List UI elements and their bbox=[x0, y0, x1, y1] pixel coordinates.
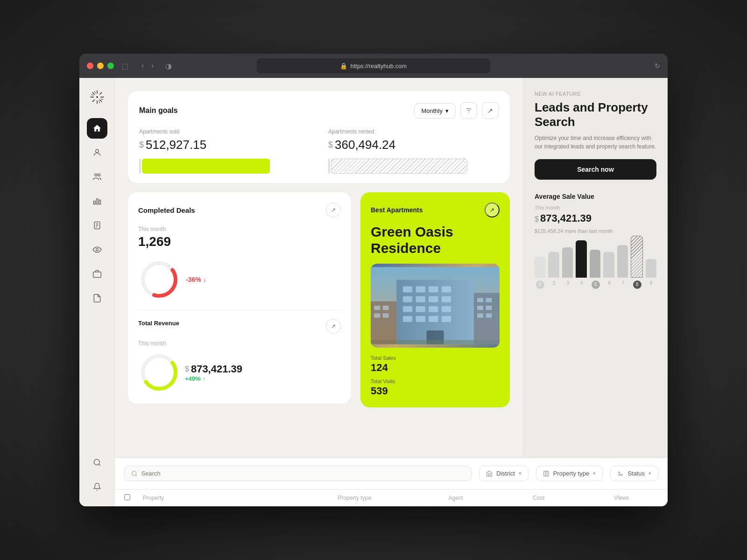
sidebar-item-contacts[interactable] bbox=[87, 142, 107, 163]
svg-rect-53 bbox=[403, 316, 412, 322]
svg-line-10 bbox=[100, 99, 103, 100]
apt-header: Best Apartments ↗ bbox=[371, 203, 500, 217]
sidebar-item-home[interactable] bbox=[87, 118, 107, 139]
goals-card: Main goals Monthly ▾ bbox=[128, 91, 510, 183]
sidebar-item-reports[interactable] bbox=[87, 215, 107, 236]
expand-goals-button[interactable]: ↗ bbox=[482, 102, 499, 119]
total-revenue-section: Total Revenue ↗ This month bbox=[138, 310, 341, 393]
avg-sale-section: Average Sale Value This month $ 873,421.… bbox=[535, 193, 656, 287]
goals-controls: Monthly ▾ ↗ bbox=[414, 102, 499, 119]
chart-label-2: 2 bbox=[549, 280, 560, 289]
apartments-sold-metric: Apartments sold $ 512,927.15 bbox=[139, 128, 310, 174]
filter-icon-button[interactable] bbox=[460, 102, 477, 119]
avg-value-row: $ 873,421.39 $125,458.24 more than last … bbox=[535, 212, 656, 234]
svg-rect-17 bbox=[96, 199, 98, 204]
expand-deals-button[interactable]: ↗ bbox=[326, 203, 341, 217]
search-input[interactable] bbox=[141, 470, 465, 477]
sidebar-toggle-icon[interactable]: ⬚ bbox=[121, 62, 128, 70]
revenue-title: Total Revenue bbox=[138, 320, 179, 327]
district-dropdown[interactable]: District ▾ bbox=[479, 466, 529, 481]
chart-bar-1 bbox=[535, 257, 545, 278]
sidebar-item-work[interactable] bbox=[87, 264, 107, 284]
best-apartments-card: Best Apartments ↗ Green Oasis Residence bbox=[360, 192, 510, 407]
svg-rect-56 bbox=[442, 316, 451, 322]
close-button[interactable] bbox=[87, 63, 93, 69]
property-type-label: Property type bbox=[553, 470, 589, 477]
svg-rect-65 bbox=[477, 298, 483, 302]
chart-label-6: 6 bbox=[604, 280, 615, 289]
refresh-icon[interactable]: ↻ bbox=[655, 62, 660, 70]
chart-bar-7 bbox=[617, 245, 628, 278]
svg-rect-43 bbox=[429, 287, 438, 293]
deals-this-month-label: This month bbox=[138, 226, 341, 232]
search-icon bbox=[131, 470, 138, 477]
building-illustration bbox=[371, 264, 500, 348]
property-type-dropdown[interactable]: Property type ▾ bbox=[536, 466, 603, 481]
search-input-container[interactable] bbox=[124, 466, 472, 481]
monthly-button[interactable]: Monthly ▾ bbox=[414, 103, 456, 119]
avg-sale-chart: 123456789 bbox=[535, 240, 656, 287]
status-dropdown[interactable]: Status ▾ bbox=[610, 466, 658, 481]
svg-rect-61 bbox=[383, 306, 389, 310]
svg-rect-54 bbox=[416, 316, 425, 322]
sidebar-item-search[interactable] bbox=[87, 452, 107, 473]
apartments-rented-label: Apartments rented bbox=[328, 128, 499, 135]
chart-labels: 123456789 bbox=[535, 280, 656, 289]
svg-rect-55 bbox=[429, 316, 438, 322]
svg-line-11 bbox=[94, 91, 95, 93]
forward-button[interactable]: › bbox=[149, 60, 155, 72]
table-checkbox-header bbox=[124, 494, 134, 502]
revenue-gauge bbox=[138, 351, 180, 393]
search-now-button[interactable]: Search now bbox=[535, 159, 656, 180]
svg-line-12 bbox=[99, 101, 99, 103]
expand-revenue-button[interactable]: ↗ bbox=[326, 319, 341, 334]
bottom-bar: District ▾ Property type ▾ Status ▾ bbox=[115, 457, 668, 489]
apartments-sold-value: $ 512,927.15 bbox=[139, 138, 310, 152]
main-content: Main goals Monthly ▾ bbox=[115, 78, 668, 506]
back-button[interactable]: ‹ bbox=[140, 60, 146, 72]
select-all-checkbox[interactable] bbox=[124, 494, 130, 500]
address-bar[interactable]: 🔒 https://realtyhub.com bbox=[257, 58, 490, 73]
revenue-badge: +49% ↑ bbox=[185, 375, 242, 382]
ai-feature-section: New AI Feature Leads and Property Search… bbox=[535, 91, 656, 180]
chart-label-4: 4 bbox=[576, 280, 587, 289]
traffic-lights bbox=[87, 63, 114, 69]
total-sales-label: Total Sales bbox=[371, 355, 500, 361]
chart-label-8: 8 bbox=[632, 280, 643, 289]
sidebar-item-docs[interactable] bbox=[87, 288, 107, 308]
fullscreen-button[interactable] bbox=[107, 63, 114, 69]
chart-bar-8 bbox=[631, 236, 642, 278]
apt-stats: Total Sales 124 Total Visits 539 bbox=[371, 355, 500, 397]
chart-bar-3 bbox=[562, 247, 573, 278]
svg-point-23 bbox=[96, 249, 98, 251]
browser-nav: ‹ › bbox=[140, 60, 156, 72]
apartment-name: Green Oasis Residence bbox=[371, 224, 500, 256]
chart-label-5: 5 bbox=[590, 280, 601, 289]
svg-rect-73 bbox=[544, 471, 549, 476]
down-arrow-icon: ↓ bbox=[203, 276, 206, 283]
total-visits-label: Total Visits bbox=[371, 378, 500, 384]
left-panel: Main goals Monthly ▾ bbox=[115, 78, 523, 457]
svg-line-5 bbox=[92, 92, 94, 95]
cost-column-header: Cost bbox=[502, 495, 576, 501]
top-section: Main goals Monthly ▾ bbox=[115, 78, 668, 457]
revenue-this-month: This month bbox=[138, 340, 341, 347]
chart-label-9: 9 bbox=[645, 280, 656, 289]
sidebar-item-eye[interactable] bbox=[87, 239, 107, 260]
sidebar bbox=[79, 78, 115, 506]
expand-apartments-button[interactable]: ↗ bbox=[485, 203, 500, 217]
svg-point-14 bbox=[95, 174, 97, 176]
sidebar-item-notifications[interactable] bbox=[87, 476, 107, 497]
svg-rect-45 bbox=[403, 296, 412, 302]
svg-rect-24 bbox=[93, 272, 101, 278]
right-panel: New AI Feature Leads and Property Search… bbox=[523, 78, 668, 457]
ai-feature-title: Leads and Property Search bbox=[535, 100, 656, 129]
sidebar-item-analytics[interactable] bbox=[87, 191, 107, 211]
avg-sale-value: $ 873,421.39 bbox=[535, 212, 592, 224]
property-type-chevron-icon: ▾ bbox=[593, 470, 596, 476]
minimize-button[interactable] bbox=[97, 63, 104, 69]
svg-line-7 bbox=[99, 92, 102, 95]
total-sales-value: 124 bbox=[371, 362, 500, 374]
cards-row: Completed Deals ↗ This month 1,269 bbox=[128, 192, 510, 407]
sidebar-item-users[interactable] bbox=[87, 167, 107, 187]
